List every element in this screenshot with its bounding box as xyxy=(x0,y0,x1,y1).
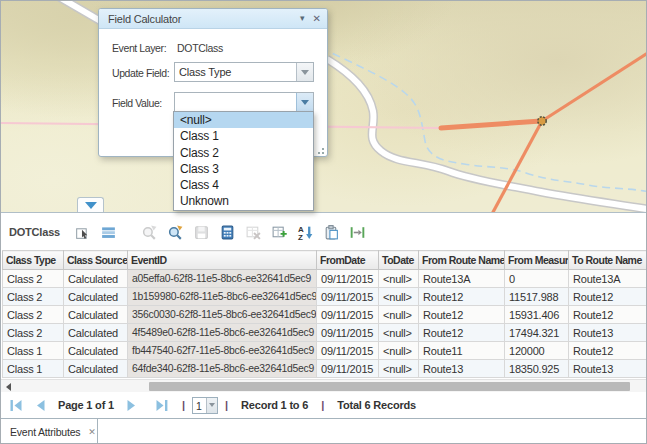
append-records-icon[interactable] xyxy=(271,224,288,241)
next-page-button[interactable] xyxy=(126,399,137,412)
dropdown-option[interactable]: <null> xyxy=(174,112,313,128)
table-row[interactable]: Class 2Calculated4f5489e0-62f8-11e5-8bc6… xyxy=(3,324,647,342)
dialog-title: Field Calculator xyxy=(108,13,292,25)
route-branch-lower xyxy=(492,121,542,212)
table-cell: 09/11/2015 xyxy=(317,360,379,378)
route-branch-upper xyxy=(542,51,647,121)
separator: | xyxy=(225,399,228,411)
zoom-to-selected-icon xyxy=(141,224,158,241)
table-cell: Route12 xyxy=(419,306,505,324)
column-header[interactable]: From Route Name xyxy=(419,251,505,270)
field-value-combobox[interactable] xyxy=(174,92,314,112)
select-records-icon[interactable] xyxy=(74,224,91,241)
column-header[interactable]: EventID xyxy=(128,251,317,270)
sort-records-icon[interactable]: AZ xyxy=(297,224,314,241)
table-cell: 1b159980-62f8-11e5-8bc6-ee32641d5ec9 xyxy=(128,288,317,306)
layer-name-label: DOTClass xyxy=(9,226,60,238)
field-value-label: Field Value: xyxy=(112,97,162,109)
table-cell: Class 1 xyxy=(3,360,64,378)
table-cell: Route12 xyxy=(419,324,505,342)
tab-event-attributes[interactable]: Event Attributes ✕ xyxy=(1,419,98,444)
first-page-icon xyxy=(9,399,23,412)
dropdown-option[interactable]: Class 2 xyxy=(174,145,313,161)
table-cell: 0 xyxy=(505,270,569,288)
table-row[interactable]: Class 2Calculateda05effa0-62f8-11e5-8bc6… xyxy=(3,270,647,288)
dialog-close-icon[interactable]: ✕ xyxy=(313,14,321,24)
page-number-combobox[interactable]: 1 xyxy=(192,397,218,414)
table-cell: Class 2 xyxy=(3,324,64,342)
last-page-button[interactable] xyxy=(155,399,169,412)
field-value-value xyxy=(175,93,296,111)
field-value-dropdown-button[interactable] xyxy=(296,93,313,111)
update-field-dropdown-button[interactable] xyxy=(296,63,313,81)
dropdown-option[interactable]: Class 4 xyxy=(174,177,313,193)
chevron-down-icon xyxy=(209,403,215,407)
column-header[interactable]: FromDate xyxy=(317,251,379,270)
scrollbar-thumb[interactable] xyxy=(149,382,630,391)
pagination-bar: Page 1 of 1 | 1 | Record 1 to 6 | Total … xyxy=(1,392,647,418)
next-page-icon xyxy=(126,399,137,412)
column-header[interactable]: To Route Name xyxy=(569,251,647,270)
clear-selection-icon xyxy=(245,224,262,241)
table-cell: Calculated xyxy=(64,270,128,288)
table-row[interactable]: Class 2Calculated356c0030-62f8-11e5-8bc6… xyxy=(3,306,647,324)
first-page-button[interactable] xyxy=(9,399,23,412)
show-all-records-icon[interactable] xyxy=(100,224,117,241)
save-edits-icon xyxy=(193,224,210,241)
tab-close-icon[interactable]: ✕ xyxy=(88,427,96,437)
table-cell: 18350.925 xyxy=(505,360,569,378)
table-row[interactable]: Class 2Calculated1b159980-62f8-11e5-8bc6… xyxy=(3,288,647,306)
road-line xyxy=(327,59,647,210)
separator: | xyxy=(321,399,324,411)
table-cell: 09/11/2015 xyxy=(317,306,379,324)
table-cell: a05effa0-62f8-11e5-8bc6-ee32641d5ec9 xyxy=(128,270,317,288)
table-cell: fb447540-62f7-11e5-8bc6-ee32641d5ec9 xyxy=(128,342,317,360)
dropdown-option[interactable]: Class 3 xyxy=(174,161,313,177)
page-number-dropdown-button[interactable] xyxy=(206,398,217,413)
column-header[interactable]: From Measure xyxy=(505,251,569,270)
table-cell: Route11 xyxy=(419,342,505,360)
fit-columns-icon[interactable] xyxy=(349,224,366,241)
copy-records-icon[interactable] xyxy=(323,224,340,241)
table-cell: 09/11/2015 xyxy=(317,270,379,288)
table-row[interactable]: Class 1Calculated64fde340-62f8-11e5-8bc6… xyxy=(3,360,647,378)
column-header[interactable]: Class Type xyxy=(3,251,64,270)
table-cell: <null> xyxy=(379,288,419,306)
update-field-combobox[interactable]: Class Type xyxy=(174,62,314,82)
svg-text:Z: Z xyxy=(298,232,303,240)
table-cell: 64fde340-62f8-11e5-8bc6-ee32641d5ec9 xyxy=(128,360,317,378)
table-cell: 4f5489e0-62f8-11e5-8bc6-ee32641d5ec9 xyxy=(128,324,317,342)
route-junction-marker[interactable] xyxy=(538,117,546,125)
dropdown-option[interactable]: Class 1 xyxy=(174,128,313,144)
table-cell: Route13 xyxy=(419,360,505,378)
dropdown-option[interactable]: Unknown xyxy=(174,193,313,209)
horizontal-scrollbar[interactable] xyxy=(1,379,647,392)
column-header[interactable]: ToDate xyxy=(379,251,419,270)
table-cell: Calculated xyxy=(64,288,128,306)
table-toolbar: DOTClass AZ xyxy=(1,214,647,250)
event-layer-value: DOTClass xyxy=(177,42,223,54)
previous-page-icon xyxy=(35,399,46,412)
table-cell: <null> xyxy=(379,360,419,378)
toolbar-icons: AZ xyxy=(74,224,375,241)
table-cell: Route12 xyxy=(569,342,647,360)
table-cell: Calculated xyxy=(64,306,128,324)
dialog-resize-grip[interactable] xyxy=(316,146,324,154)
table-cell: 11517.988 xyxy=(505,288,569,306)
zoom-to-record-icon[interactable] xyxy=(167,224,184,241)
table-cell: Route13A xyxy=(569,270,647,288)
field-calculator-icon[interactable] xyxy=(219,224,236,241)
table-cell: Route12 xyxy=(569,306,647,324)
table-cell: 356c0030-62f8-11e5-8bc6-ee32641d5ec9 xyxy=(128,306,317,324)
table-cell: Calculated xyxy=(64,324,128,342)
column-header[interactable]: Class Source xyxy=(64,251,128,270)
table-row[interactable]: Class 1Calculatedfb447540-62f7-11e5-8bc6… xyxy=(3,342,647,360)
table-cell: 09/11/2015 xyxy=(317,342,379,360)
table-panel-collapse-button[interactable] xyxy=(77,197,104,212)
table-cell: Class 1 xyxy=(3,342,64,360)
previous-page-button[interactable] xyxy=(35,399,46,412)
table-cell: 09/11/2015 xyxy=(317,288,379,306)
dialog-collapse-icon[interactable]: ▾ xyxy=(300,14,305,23)
scroll-left-arrow-icon[interactable] xyxy=(6,383,11,391)
table-cell: Route13A xyxy=(419,270,505,288)
